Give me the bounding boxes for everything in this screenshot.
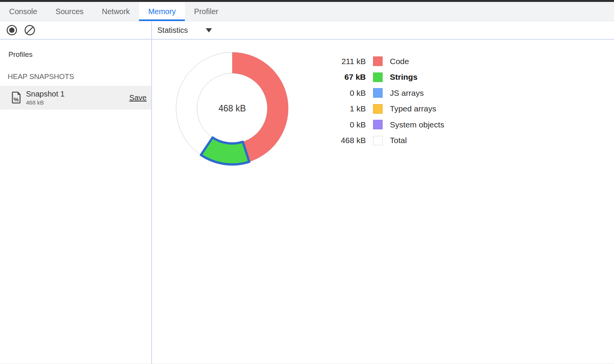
chart-legend: 211 kB Code 67 kB Strings 0 kB JS arrays… <box>328 53 444 148</box>
legend-label: Total <box>390 136 407 145</box>
toolbar-right-section: Statistics <box>152 21 614 39</box>
snapshot-list-item[interactable]: % Snapshot 1 468 kB Save <box>0 86 151 110</box>
panel-tab-bar: Console Sources Network Memory Profiler <box>0 2 614 21</box>
snapshot-name: Snapshot 1 <box>26 90 129 98</box>
tab-profiler-label: Profiler <box>194 7 218 16</box>
legend-value: 211 kB <box>328 57 366 66</box>
legend-value: 468 kB <box>328 136 366 145</box>
snapshot-size: 468 kB <box>26 99 129 106</box>
legend-value: 0 kB <box>328 120 366 129</box>
perspective-dropdown-value: Statistics <box>157 26 188 35</box>
record-heap-snapshot-button[interactable] <box>6 24 18 36</box>
perspective-dropdown[interactable]: Statistics <box>157 26 212 35</box>
legend-value: 0 kB <box>328 89 366 98</box>
chevron-down-icon <box>206 28 212 32</box>
legend-label: Typed arrays <box>390 104 436 113</box>
save-snapshot-link[interactable]: Save <box>129 93 147 102</box>
tab-memory-label: Memory <box>148 7 176 16</box>
tab-network[interactable]: Network <box>93 2 139 21</box>
devtools-memory-panel: Console Sources Network Memory Profiler <box>0 0 614 364</box>
heap-snapshot-icon: % <box>11 91 21 105</box>
legend-row-system-objects[interactable]: 0 kB System objects <box>328 117 444 133</box>
legend-row-js-arrays[interactable]: 0 kB JS arrays <box>328 85 444 101</box>
tab-profiler[interactable]: Profiler <box>185 2 227 21</box>
svg-text:%: % <box>14 96 19 103</box>
tab-sources-label: Sources <box>55 7 83 16</box>
memory-donut-chart: 468 kB <box>171 47 293 169</box>
legend-row-code[interactable]: 211 kB Code <box>328 53 444 69</box>
legend-row-strings[interactable]: 67 kB Strings <box>328 69 444 85</box>
legend-value: 67 kB <box>328 72 366 82</box>
legend-row-typed-arrays[interactable]: 1 kB Typed arrays <box>328 101 444 117</box>
legend-swatch-code <box>373 56 383 66</box>
tab-network-label: Network <box>102 7 130 16</box>
legend-swatch-strings <box>373 72 383 82</box>
legend-label: JS arrays <box>390 89 424 98</box>
profiles-sidebar: Profiles HEAP SNAPSHOTS % Snapshot 1 468… <box>0 40 152 364</box>
clear-icon <box>24 24 36 36</box>
statistics-view: 468 kB 211 kB Code 67 kB Strings 0 kB <box>152 40 614 364</box>
legend-row-total[interactable]: 468 kB Total <box>328 133 444 149</box>
legend-label: Strings <box>390 72 417 82</box>
legend-swatch-js-arrays <box>373 88 383 98</box>
legend-swatch-system-objects <box>373 120 383 129</box>
legend-swatch-typed-arrays <box>373 104 383 114</box>
donut-slice-strings[interactable] <box>201 137 249 164</box>
toolbar-left-section <box>0 21 152 39</box>
tab-memory[interactable]: Memory <box>139 2 185 21</box>
tab-sources[interactable]: Sources <box>46 2 92 21</box>
legend-swatch-total <box>373 136 383 145</box>
panel-content: Profiles HEAP SNAPSHOTS % Snapshot 1 468… <box>0 40 614 364</box>
tab-console-label: Console <box>9 7 37 16</box>
heap-snapshots-section-title: HEAP SNAPSHOTS <box>8 72 151 81</box>
legend-label: Code <box>390 57 409 66</box>
snapshot-texts: Snapshot 1 468 kB <box>26 90 129 106</box>
legend-label: System objects <box>390 120 444 129</box>
tab-console[interactable]: Console <box>0 2 46 21</box>
sidebar-heading: Profiles <box>8 50 151 59</box>
legend-value: 1 kB <box>328 104 366 113</box>
memory-toolbar: Statistics <box>0 21 614 40</box>
donut-center-label: 468 kB <box>218 103 246 113</box>
record-icon <box>6 24 18 36</box>
clear-profiles-button[interactable] <box>24 24 36 36</box>
